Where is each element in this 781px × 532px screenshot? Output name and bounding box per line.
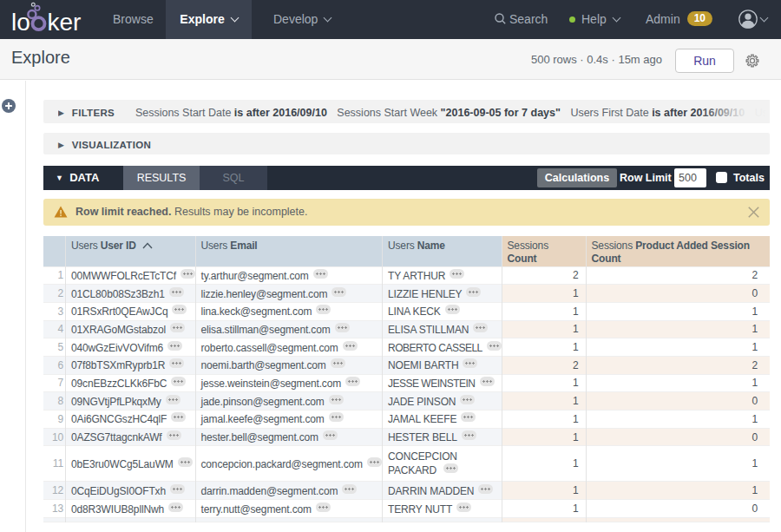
- svg-text:ker: ker: [48, 9, 82, 36]
